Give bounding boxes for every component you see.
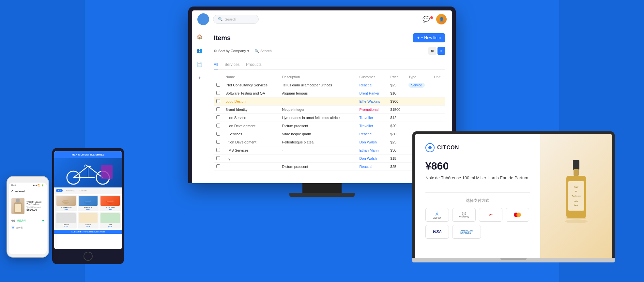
row-checkbox[interactable] bbox=[216, 140, 220, 144]
citcon-product-name: Noix de Tubéreuse 100 ml Miller Harris E… bbox=[425, 175, 530, 181]
tablet-product-item[interactable]: Classic $75 bbox=[55, 212, 77, 229]
item-name: ...MS Services bbox=[223, 146, 279, 155]
tablet-product-item[interactable]: Casual $60 bbox=[78, 212, 99, 229]
row-checkbox[interactable] bbox=[216, 124, 220, 127]
tablet-tab-running[interactable]: Running bbox=[64, 189, 76, 192]
svg-rect-1 bbox=[574, 169, 579, 176]
item-desc: - bbox=[279, 97, 357, 106]
item-desc: - bbox=[279, 146, 357, 155]
col-customer: Customer bbox=[357, 74, 388, 81]
laptop-frame: CITCON ¥860 Noix de Tubéreuse 100 ml Mil… bbox=[412, 131, 615, 258]
list-view-button[interactable]: ≡ bbox=[437, 47, 445, 55]
svg-rect-24 bbox=[84, 200, 91, 202]
sort-button[interactable]: ⚙ Sort by Company ▾ bbox=[214, 49, 249, 53]
table-row: ...g - Don Walsh $15 bbox=[214, 155, 445, 163]
header-icons: 💬 👤 bbox=[422, 14, 447, 24]
visa-button[interactable]: VISA bbox=[425, 225, 449, 239]
phone-checkout-header: Checkout bbox=[9, 188, 47, 195]
header-search-bar[interactable]: 🔍 Search bbox=[213, 15, 259, 24]
item-price: $20 bbox=[388, 122, 406, 130]
tablet-product-price: $60 bbox=[79, 226, 98, 228]
item-desc: Hymenaeos in amet felis mus ultrices bbox=[279, 114, 357, 122]
search-filter-label: Search bbox=[260, 49, 272, 53]
wechatpay-button[interactable]: 💬 WeChatPay bbox=[452, 208, 476, 222]
tab-products[interactable]: Products bbox=[246, 62, 261, 69]
search-filter[interactable]: 🔍 Search bbox=[254, 49, 272, 53]
tablet-wrapper: MEN'S LIFESTYLE SHOES bbox=[52, 148, 124, 264]
sidebar-item-home[interactable]: 🏠 bbox=[196, 33, 203, 40]
search-placeholder: Search bbox=[225, 17, 236, 21]
row-checkbox[interactable] bbox=[216, 156, 220, 160]
row-checkbox[interactable] bbox=[216, 164, 220, 168]
item-unit bbox=[431, 114, 445, 122]
amex-button[interactable]: AMERICANEXPRESS bbox=[452, 225, 481, 239]
alipay-button[interactable]: 支 ALIPAY bbox=[425, 208, 449, 222]
row-checkbox[interactable] bbox=[216, 148, 220, 152]
row-checkbox[interactable] bbox=[216, 107, 220, 111]
item-unit bbox=[431, 81, 445, 89]
tablet-tab-active[interactable]: All bbox=[56, 189, 63, 192]
tablet-product-price: $110 bbox=[100, 226, 120, 228]
tab-services[interactable]: Services bbox=[224, 62, 239, 69]
item-desc: Tellus diam ullamcorper ultrices bbox=[279, 81, 357, 89]
svg-text:miller: miller bbox=[574, 200, 578, 202]
citcon-product-image: noix de Tubéreuse miller harris bbox=[540, 134, 612, 258]
tablet-screen: MEN'S LIFESTYLE SHOES bbox=[54, 151, 122, 249]
row-checkbox[interactable] bbox=[216, 83, 220, 87]
new-item-button[interactable]: + + New Item bbox=[413, 33, 445, 42]
item-type bbox=[406, 114, 431, 122]
phone-notch bbox=[23, 179, 33, 182]
tablet-hero bbox=[54, 158, 122, 187]
col-description: Description bbox=[279, 74, 357, 81]
col-unit: Unit bbox=[431, 74, 445, 81]
tablet-product-item[interactable]: Trail $110 bbox=[100, 212, 121, 229]
table-row: .Net Consultancy Services Tellus diam ul… bbox=[214, 81, 445, 89]
phone-screen: 8:41 ●●● 📶 🔋 Checkout Twilight Mauve Zar bbox=[9, 183, 47, 254]
wechatpay-label: WeChatPay bbox=[459, 216, 469, 218]
sidebar-item-star[interactable]: ✦ bbox=[196, 74, 203, 82]
tablet-header: MEN'S LIFESTYLE SHOES bbox=[54, 151, 122, 158]
grid-view-button[interactable]: ⊞ bbox=[428, 47, 436, 55]
row-checkbox[interactable] bbox=[216, 99, 220, 103]
item-name: Logo Design bbox=[223, 97, 279, 106]
svg-rect-29 bbox=[15, 204, 21, 212]
tab-bar: All Services Products bbox=[214, 62, 445, 70]
svg-text:noix: noix bbox=[574, 186, 578, 188]
new-item-label: + New Item bbox=[421, 36, 441, 40]
perfume-bottle-svg: noix de Tubéreuse miller harris bbox=[555, 157, 597, 235]
tab-all[interactable]: All bbox=[214, 62, 218, 69]
phone-alipay-option[interactable]: 支 支付宝 bbox=[9, 224, 47, 231]
mastercard-button[interactable] bbox=[506, 208, 529, 222]
tablet-tab-casual[interactable]: Casual bbox=[78, 189, 89, 192]
row-checkbox[interactable] bbox=[216, 132, 220, 136]
item-customer: Reactial bbox=[357, 163, 388, 171]
col-type: Type bbox=[406, 74, 431, 81]
col-price: Price bbox=[388, 74, 406, 81]
sidebar-item-users[interactable]: 👥 bbox=[196, 47, 203, 54]
phone-time: 8:41 bbox=[11, 184, 16, 186]
row-checkbox[interactable] bbox=[216, 115, 220, 119]
sidebar-item-docs[interactable]: 📄 bbox=[196, 61, 203, 68]
table-row: ...MS Services - Ethan Mann $30 bbox=[214, 146, 445, 155]
phone-wechat-pay-option[interactable]: 💬 微信支付 ● bbox=[9, 217, 47, 224]
app-sidebar: 🏠 👥 📄 ✦ bbox=[192, 28, 207, 183]
item-price: $900 bbox=[388, 97, 406, 106]
svg-text:de: de bbox=[575, 190, 577, 192]
item-name: .Net Consultancy Services bbox=[223, 81, 279, 89]
item-type bbox=[406, 106, 431, 114]
user-avatar: 👤 bbox=[436, 14, 447, 24]
item-unit bbox=[431, 89, 445, 97]
tablet-product-price: $95 bbox=[100, 208, 120, 210]
chevron-down-icon: ▾ bbox=[247, 49, 249, 53]
tablet-product-item[interactable]: Runner X $120 bbox=[78, 195, 99, 211]
unionpay-button[interactable]: UP bbox=[479, 208, 502, 222]
tablet-product-item[interactable]: Sport Elite $95 bbox=[100, 195, 121, 211]
tablet-home-button[interactable] bbox=[84, 252, 93, 261]
phone-signal: ●●● 📶 🔋 bbox=[33, 184, 44, 186]
svg-rect-22 bbox=[63, 200, 69, 202]
laptop-wrapper: CITCON ¥860 Noix de Tubéreuse 100 ml Mil… bbox=[412, 131, 615, 262]
row-checkbox[interactable] bbox=[216, 91, 220, 95]
table-row: ...ion Development Dictum praesent Trave… bbox=[214, 122, 445, 130]
tablet-product-item[interactable]: Sneaker Pro $89 bbox=[55, 195, 77, 211]
item-desc: Aliquam tempus bbox=[279, 89, 357, 97]
